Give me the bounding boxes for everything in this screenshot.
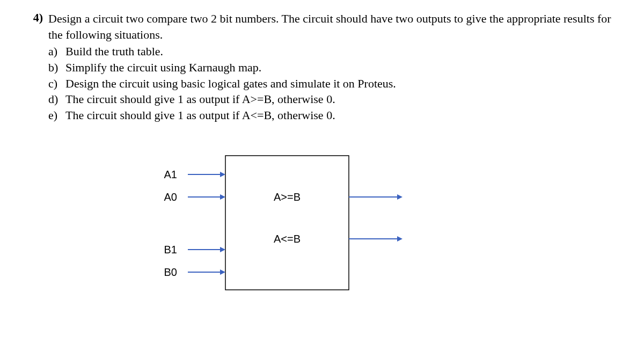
diagram: A1 A0 B1 B0 A>=B A<=B xyxy=(129,145,623,309)
sub-label: c) xyxy=(48,76,65,92)
input-label: B0 xyxy=(164,266,177,278)
sub-label: d) xyxy=(48,91,65,107)
question-number: 4) xyxy=(21,11,48,25)
sub-label: a) xyxy=(48,43,65,60)
arrowhead-icon xyxy=(220,172,225,177)
question-block: 4) Design a circuit two compare two 2 bi… xyxy=(21,11,623,123)
sub-item: c) Design the circuit using basic logica… xyxy=(48,76,623,92)
sub-text: The circuit should give 1 as output if A… xyxy=(65,91,335,107)
sub-item: e) The circuit should give 1 as output i… xyxy=(48,107,623,123)
sub-text: Build the truth table. xyxy=(65,43,163,60)
sub-label: b) xyxy=(48,60,65,76)
comparator-block-diagram: A1 A0 B1 B0 A>=B A<=B xyxy=(129,145,451,306)
sub-text: Simplify the circuit using Karnaugh map. xyxy=(65,60,261,76)
output-label: A<=B xyxy=(274,233,301,245)
input-label: B1 xyxy=(164,244,177,255)
input-label: A0 xyxy=(164,191,177,203)
sub-list: a) Build the truth table. b) Simplify th… xyxy=(48,43,623,123)
output-label: A>=B xyxy=(274,191,301,203)
sub-item: d) The circuit should give 1 as output i… xyxy=(48,91,623,107)
sub-text: The circuit should give 1 as output if A… xyxy=(65,107,335,123)
input-label: A1 xyxy=(164,169,177,180)
comparator-box xyxy=(225,156,349,290)
sub-item: b) Simplify the circuit using Karnaugh m… xyxy=(48,60,623,76)
arrowhead-icon xyxy=(397,236,402,242)
arrowhead-icon xyxy=(397,194,402,200)
sub-text: Design the circuit using basic logical g… xyxy=(65,76,396,92)
sub-item: a) Build the truth table. xyxy=(48,43,623,60)
arrowhead-icon xyxy=(220,269,225,275)
question-body: Design a circuit two compare two 2 bit n… xyxy=(48,11,623,123)
arrowhead-icon xyxy=(220,194,225,200)
arrowhead-icon xyxy=(220,247,225,252)
question-prompt: Design a circuit two compare two 2 bit n… xyxy=(48,11,623,42)
sub-label: e) xyxy=(48,107,65,123)
